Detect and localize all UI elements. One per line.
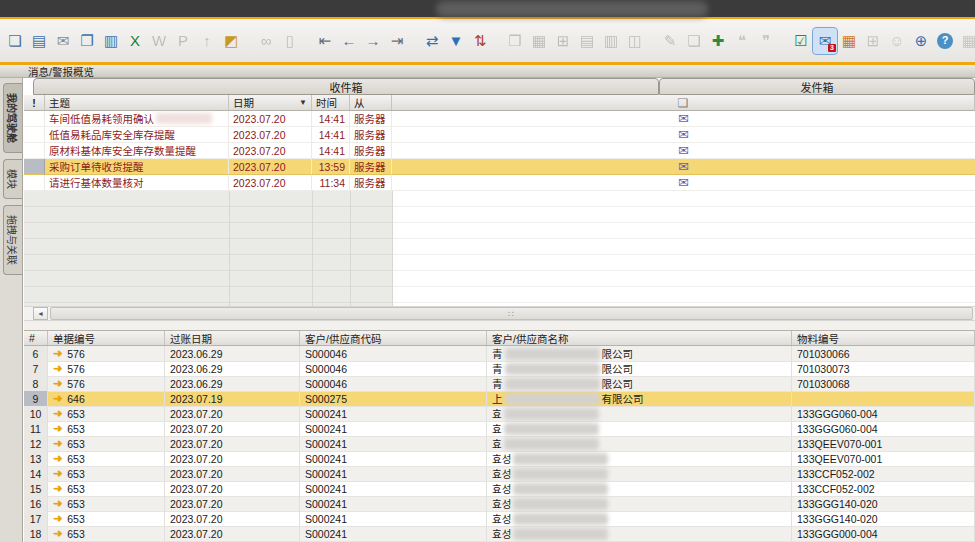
- table-row[interactable]: 7 ➜576 2023.06.29 S000046 青限公司 701030073: [24, 361, 975, 376]
- link-arrow-icon[interactable]: ➜: [53, 482, 62, 495]
- lock-screen-icon[interactable]: ◩: [219, 28, 243, 54]
- menu-goto[interactable]: [66, 8, 82, 10]
- table-row[interactable]: 15 ➜653 2023.07.20 S000241 효성 133CCF052-…: [24, 481, 975, 496]
- link-arrow-icon[interactable]: ➜: [53, 497, 62, 510]
- table-row[interactable]: 11 ➜653 2023.07.20 S000241 효 133GGG060-0…: [24, 421, 975, 436]
- horizontal-scrollbar[interactable]: ◄ ∷: [24, 306, 975, 321]
- next-record-icon[interactable]: →: [361, 28, 385, 54]
- form-settings-icon[interactable]: ✚: [706, 28, 730, 54]
- find-icon[interactable]: ∞: [254, 28, 278, 54]
- link-arrow-icon[interactable]: ➜: [53, 437, 62, 450]
- menu-window[interactable]: [114, 8, 130, 10]
- link-arrow-icon[interactable]: ➜: [53, 347, 62, 360]
- report-icon[interactable]: ▦: [837, 28, 861, 54]
- journal-icon[interactable]: ▤: [575, 28, 599, 54]
- table-row[interactable]: 17 ➜653 2023.07.20 S000241 효성 133GGG140-…: [24, 511, 975, 526]
- column-header-bp-name[interactable]: 客户/供应商名称: [487, 331, 792, 345]
- print-icon[interactable]: ▤: [27, 28, 51, 54]
- column-header-time[interactable]: 时间: [312, 95, 350, 110]
- help-icon[interactable]: ?: [933, 28, 957, 54]
- comment-icon[interactable]: ❝: [730, 28, 754, 54]
- query-icon[interactable]: ◫: [623, 28, 647, 54]
- sort-icon[interactable]: ⇅: [468, 28, 492, 54]
- message-row[interactable]: 采购订单待收货提醒 2023.07.20 13:59 服务器 ✉: [24, 159, 975, 175]
- collaboration-icon[interactable]: ❞: [754, 28, 778, 54]
- employee-icon[interactable]: ☺: [885, 28, 909, 54]
- column-header-priority[interactable]: !: [24, 95, 45, 110]
- table-row[interactable]: 14 ➜653 2023.07.20 S000241 효성 133CCF052-…: [24, 466, 975, 481]
- menu-data[interactable]: [50, 8, 66, 10]
- alerts-checklist-icon[interactable]: ☑: [789, 28, 813, 54]
- edit-icon[interactable]: ✎: [658, 28, 682, 54]
- refresh-icon[interactable]: ⇄: [420, 28, 444, 54]
- scroll-left-button[interactable]: ◄: [33, 307, 48, 320]
- table-row[interactable]: 16 ➜653 2023.07.20 S000241 효성 133GGG140-…: [24, 496, 975, 511]
- menu-help[interactable]: [130, 8, 146, 10]
- link-arrow-icon[interactable]: ➜: [53, 407, 62, 420]
- column-header-bp-code[interactable]: 客户/供应商代码: [300, 331, 487, 345]
- calculator-icon[interactable]: ▦: [527, 28, 551, 54]
- email-icon[interactable]: ✉: [51, 28, 75, 54]
- payment-icon[interactable]: ⊞: [551, 28, 575, 54]
- table-row[interactable]: 13 ➜653 2023.07.20 S000241 효성 133QEEV070…: [24, 451, 975, 466]
- menu-modules[interactable]: [82, 8, 98, 10]
- filter-icon[interactable]: ▼: [444, 28, 468, 54]
- link-arrow-icon[interactable]: ➜: [53, 452, 62, 465]
- link-arrow-icon[interactable]: ➜: [53, 392, 62, 405]
- envelope-icon[interactable]: ✉: [678, 112, 689, 125]
- message-row[interactable]: 原材料基体库安全库存数量提醒 2023.07.20 14:41 服务器 ✉: [24, 143, 975, 159]
- share-icon[interactable]: ↑: [195, 28, 219, 54]
- mobile-sync-icon[interactable]: ❐: [75, 28, 99, 54]
- previous-record-icon[interactable]: ←: [337, 28, 361, 54]
- preview-icon[interactable]: ❏: [3, 28, 27, 54]
- table-row[interactable]: 6 ➜576 2023.06.29 S000046 青限公司 701030066: [24, 346, 975, 361]
- copy-table-icon[interactable]: ❒: [503, 28, 527, 54]
- table-row[interactable]: 8 ➜576 2023.06.29 S000046 青限公司 701030068: [24, 376, 975, 391]
- web-client-icon[interactable]: ⊕: [909, 28, 933, 54]
- first-record-icon[interactable]: ⇤: [313, 28, 337, 54]
- org-chart-icon[interactable]: ⊞: [861, 28, 885, 54]
- document-settings-icon[interactable]: ❏: [682, 28, 706, 54]
- column-header-posting-date[interactable]: 过账日期: [165, 331, 300, 345]
- message-row[interactable]: 请进行基体数量核对 2023.07.20 11:34 服务器 ✉: [24, 175, 975, 191]
- calendar-icon[interactable]: ▦: [957, 28, 975, 54]
- column-header-date[interactable]: 日期▼: [229, 95, 312, 110]
- column-header-row-number[interactable]: #: [24, 331, 48, 345]
- sidebar-tab-my-cockpit[interactable]: 我的驾驶舱: [3, 83, 22, 153]
- envelope-icon[interactable]: ✉: [678, 160, 689, 173]
- clipboard-icon[interactable]: ▯: [278, 28, 302, 54]
- message-row[interactable]: 车间低值易耗领用确认 2023.07.20 14:41 服务器 ✉: [24, 111, 975, 127]
- table-row[interactable]: 10 ➜653 2023.07.20 S000241 효 133GGG060-0…: [24, 406, 975, 421]
- column-header-doc-number[interactable]: 单据编号: [48, 331, 165, 345]
- menu-tools[interactable]: [98, 8, 114, 10]
- menu-edit[interactable]: [18, 8, 34, 10]
- link-arrow-icon[interactable]: ➜: [53, 512, 62, 525]
- print-layout-icon[interactable]: ▥: [99, 28, 123, 54]
- envelope-icon[interactable]: ✉: [678, 176, 689, 189]
- last-record-icon[interactable]: ⇥: [385, 28, 409, 54]
- sidebar-tab-drag-relate[interactable]: 拖拽与关联: [3, 205, 22, 275]
- column-header-subject[interactable]: 主题: [45, 95, 229, 110]
- export-excel-icon[interactable]: X: [123, 28, 147, 54]
- messages-alerts-icon[interactable]: ✉ 3: [813, 28, 837, 54]
- message-row[interactable]: 低值易耗品库安全库存提醒 2023.07.20 14:41 服务器 ✉: [24, 127, 975, 143]
- document-tab-strip[interactable]: 消息/警报概览: [0, 65, 975, 78]
- tab-inbox[interactable]: 收件箱: [33, 78, 659, 95]
- scrollbar-thumb[interactable]: ∷: [50, 307, 973, 320]
- link-arrow-icon[interactable]: ➜: [53, 377, 62, 390]
- table-row[interactable]: 12 ➜653 2023.07.20 S000241 효 133QEEV070-…: [24, 436, 975, 451]
- column-header-from[interactable]: 从: [350, 95, 392, 110]
- menu-view[interactable]: [34, 8, 50, 10]
- link-arrow-icon[interactable]: ➜: [53, 422, 62, 435]
- transaction-icon[interactable]: ▥: [599, 28, 623, 54]
- link-arrow-icon[interactable]: ➜: [53, 467, 62, 480]
- export-pdf-icon[interactable]: P: [171, 28, 195, 54]
- column-header-item-number[interactable]: 物料编号: [792, 331, 975, 345]
- envelope-icon[interactable]: ✉: [678, 144, 689, 157]
- link-arrow-icon[interactable]: ➜: [53, 362, 62, 375]
- pane-splitter[interactable]: [24, 321, 975, 330]
- column-header-attachment[interactable]: ❏: [392, 95, 975, 110]
- link-arrow-icon[interactable]: ➜: [53, 527, 62, 540]
- table-row[interactable]: 18 ➜653 2023.07.20 S000241 효성 133GGG000-…: [24, 526, 975, 541]
- export-word-icon[interactable]: W: [147, 28, 171, 54]
